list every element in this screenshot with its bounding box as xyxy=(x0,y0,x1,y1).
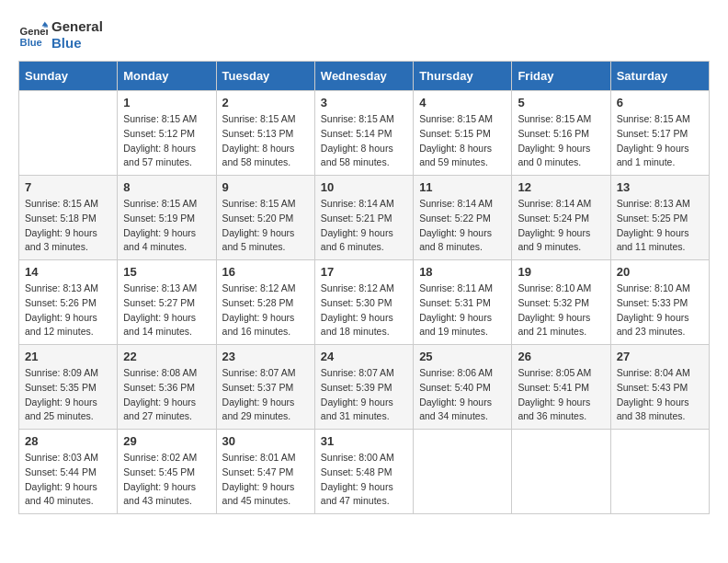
day-info: Sunrise: 8:12 AMSunset: 5:28 PMDaylight:… xyxy=(222,282,309,339)
table-cell: 25Sunrise: 8:06 AMSunset: 5:40 PMDayligh… xyxy=(414,345,512,430)
day-number: 29 xyxy=(123,434,210,448)
day-number: 15 xyxy=(123,265,210,279)
day-number: 7 xyxy=(25,180,111,194)
table-cell: 9Sunrise: 8:15 AMSunset: 5:20 PMDaylight… xyxy=(216,176,314,260)
table-cell xyxy=(19,91,118,176)
day-number: 9 xyxy=(222,180,309,194)
header-friday: Friday xyxy=(512,62,610,91)
day-number: 27 xyxy=(617,350,703,363)
day-number: 19 xyxy=(518,265,604,279)
table-cell: 23Sunrise: 8:07 AMSunset: 5:37 PMDayligh… xyxy=(216,345,314,430)
day-number: 24 xyxy=(321,350,407,363)
calendar-table: SundayMondayTuesdayWednesdayThursdayFrid… xyxy=(18,61,710,514)
day-number: 23 xyxy=(222,350,309,363)
day-info: Sunrise: 8:04 AMSunset: 5:43 PMDaylight:… xyxy=(617,366,703,424)
header-tuesday: Tuesday xyxy=(216,62,314,91)
day-info: Sunrise: 8:15 AMSunset: 5:12 PMDaylight:… xyxy=(123,112,210,170)
day-number: 2 xyxy=(222,96,309,109)
header-row: SundayMondayTuesdayWednesdayThursdayFrid… xyxy=(19,62,710,91)
table-cell: 30Sunrise: 8:01 AMSunset: 5:47 PMDayligh… xyxy=(216,430,314,514)
table-cell: 10Sunrise: 8:14 AMSunset: 5:21 PMDayligh… xyxy=(314,176,413,260)
day-info: Sunrise: 8:11 AMSunset: 5:31 PMDaylight:… xyxy=(419,282,506,339)
day-number: 25 xyxy=(419,350,506,363)
day-number: 18 xyxy=(419,265,506,279)
table-cell: 22Sunrise: 8:08 AMSunset: 5:36 PMDayligh… xyxy=(118,345,216,430)
table-cell: 2Sunrise: 8:15 AMSunset: 5:13 PMDaylight… xyxy=(216,91,314,176)
table-cell: 18Sunrise: 8:11 AMSunset: 5:31 PMDayligh… xyxy=(414,260,512,345)
day-info: Sunrise: 8:14 AMSunset: 5:22 PMDaylight:… xyxy=(419,197,506,255)
day-info: Sunrise: 8:06 AMSunset: 5:40 PMDaylight:… xyxy=(419,366,506,424)
day-info: Sunrise: 8:13 AMSunset: 5:27 PMDaylight:… xyxy=(123,282,210,339)
day-number: 21 xyxy=(25,350,111,363)
day-number: 14 xyxy=(25,265,111,279)
day-info: Sunrise: 8:07 AMSunset: 5:39 PMDaylight:… xyxy=(321,366,407,424)
day-info: Sunrise: 8:15 AMSunset: 5:15 PMDaylight:… xyxy=(419,112,506,170)
day-info: Sunrise: 8:02 AMSunset: 5:45 PMDaylight:… xyxy=(123,451,210,509)
table-cell: 6Sunrise: 8:15 AMSunset: 5:17 PMDaylight… xyxy=(610,91,709,176)
day-number: 11 xyxy=(419,180,506,194)
week-row-2: 7Sunrise: 8:15 AMSunset: 5:18 PMDaylight… xyxy=(19,176,710,260)
day-number: 28 xyxy=(25,434,111,448)
day-number: 20 xyxy=(617,265,703,279)
table-cell: 5Sunrise: 8:15 AMSunset: 5:16 PMDaylight… xyxy=(512,91,610,176)
day-number: 16 xyxy=(222,265,309,279)
day-info: Sunrise: 8:07 AMSunset: 5:37 PMDaylight:… xyxy=(222,366,309,424)
table-cell: 31Sunrise: 8:00 AMSunset: 5:48 PMDayligh… xyxy=(314,430,413,514)
day-info: Sunrise: 8:15 AMSunset: 5:17 PMDaylight:… xyxy=(617,112,703,170)
header-monday: Monday xyxy=(118,62,216,91)
header-thursday: Thursday xyxy=(414,62,512,91)
table-cell: 17Sunrise: 8:12 AMSunset: 5:30 PMDayligh… xyxy=(314,260,413,345)
day-number: 10 xyxy=(321,180,407,194)
day-number: 4 xyxy=(419,96,506,109)
day-number: 3 xyxy=(321,96,407,109)
header-sunday: Sunday xyxy=(19,62,118,91)
day-info: Sunrise: 8:00 AMSunset: 5:48 PMDaylight:… xyxy=(321,451,407,509)
logo-text-general: General xyxy=(51,18,103,35)
logo: General Blue General Blue xyxy=(18,18,103,52)
table-cell: 24Sunrise: 8:07 AMSunset: 5:39 PMDayligh… xyxy=(314,345,413,430)
week-row-3: 14Sunrise: 8:13 AMSunset: 5:26 PMDayligh… xyxy=(19,260,710,345)
table-cell: 8Sunrise: 8:15 AMSunset: 5:19 PMDaylight… xyxy=(118,176,216,260)
table-cell: 28Sunrise: 8:03 AMSunset: 5:44 PMDayligh… xyxy=(19,430,118,514)
table-cell: 15Sunrise: 8:13 AMSunset: 5:27 PMDayligh… xyxy=(118,260,216,345)
day-info: Sunrise: 8:15 AMSunset: 5:19 PMDaylight:… xyxy=(123,197,210,255)
day-number: 12 xyxy=(518,180,604,194)
table-cell: 4Sunrise: 8:15 AMSunset: 5:15 PMDaylight… xyxy=(414,91,512,176)
table-cell xyxy=(414,430,512,514)
table-cell xyxy=(610,430,709,514)
logo-text-blue: Blue xyxy=(51,35,103,52)
day-number: 30 xyxy=(222,434,309,448)
day-info: Sunrise: 8:15 AMSunset: 5:20 PMDaylight:… xyxy=(222,197,309,255)
day-number: 1 xyxy=(123,96,210,109)
header-saturday: Saturday xyxy=(610,62,709,91)
day-info: Sunrise: 8:13 AMSunset: 5:25 PMDaylight:… xyxy=(617,197,703,255)
day-number: 13 xyxy=(617,180,703,194)
header-wednesday: Wednesday xyxy=(314,62,413,91)
day-number: 17 xyxy=(321,265,407,279)
day-info: Sunrise: 8:15 AMSunset: 5:16 PMDaylight:… xyxy=(518,112,604,170)
day-number: 31 xyxy=(321,434,407,448)
week-row-4: 21Sunrise: 8:09 AMSunset: 5:35 PMDayligh… xyxy=(19,345,710,430)
table-cell: 20Sunrise: 8:10 AMSunset: 5:33 PMDayligh… xyxy=(610,260,709,345)
day-number: 5 xyxy=(518,96,604,109)
day-info: Sunrise: 8:10 AMSunset: 5:32 PMDaylight:… xyxy=(518,282,604,339)
day-info: Sunrise: 8:15 AMSunset: 5:18 PMDaylight:… xyxy=(25,197,111,255)
logo-icon: General Blue xyxy=(18,20,48,50)
day-info: Sunrise: 8:03 AMSunset: 5:44 PMDaylight:… xyxy=(25,451,111,509)
week-row-1: 1Sunrise: 8:15 AMSunset: 5:12 PMDaylight… xyxy=(19,91,710,176)
table-cell: 12Sunrise: 8:14 AMSunset: 5:24 PMDayligh… xyxy=(512,176,610,260)
table-cell: 29Sunrise: 8:02 AMSunset: 5:45 PMDayligh… xyxy=(118,430,216,514)
table-cell: 26Sunrise: 8:05 AMSunset: 5:41 PMDayligh… xyxy=(512,345,610,430)
day-number: 8 xyxy=(123,180,210,194)
table-cell: 16Sunrise: 8:12 AMSunset: 5:28 PMDayligh… xyxy=(216,260,314,345)
table-cell: 3Sunrise: 8:15 AMSunset: 5:14 PMDaylight… xyxy=(314,91,413,176)
table-cell: 1Sunrise: 8:15 AMSunset: 5:12 PMDaylight… xyxy=(118,91,216,176)
day-info: Sunrise: 8:01 AMSunset: 5:47 PMDaylight:… xyxy=(222,451,309,509)
table-cell: 14Sunrise: 8:13 AMSunset: 5:26 PMDayligh… xyxy=(19,260,118,345)
table-cell: 27Sunrise: 8:04 AMSunset: 5:43 PMDayligh… xyxy=(610,345,709,430)
day-number: 26 xyxy=(518,350,604,363)
day-number: 22 xyxy=(123,350,210,363)
day-info: Sunrise: 8:05 AMSunset: 5:41 PMDaylight:… xyxy=(518,366,604,424)
day-info: Sunrise: 8:15 AMSunset: 5:13 PMDaylight:… xyxy=(222,112,309,170)
table-cell: 7Sunrise: 8:15 AMSunset: 5:18 PMDaylight… xyxy=(19,176,118,260)
